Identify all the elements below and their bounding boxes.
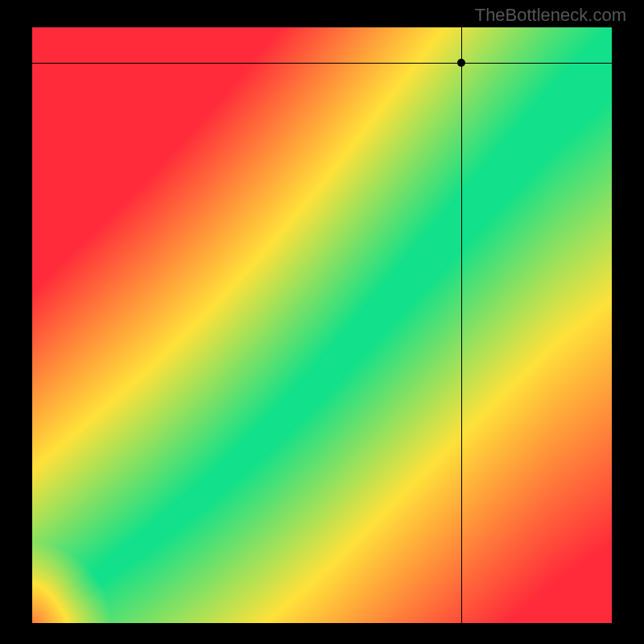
intersection-marker: [457, 59, 465, 67]
crosshair-horizontal: [32, 63, 612, 64]
chart-container: TheBottleneck.com: [0, 0, 644, 644]
watermark-text: TheBottleneck.com: [475, 5, 626, 26]
plot-area: [32, 27, 612, 623]
crosshair-vertical: [461, 27, 462, 623]
heatmap-canvas: [32, 27, 612, 623]
